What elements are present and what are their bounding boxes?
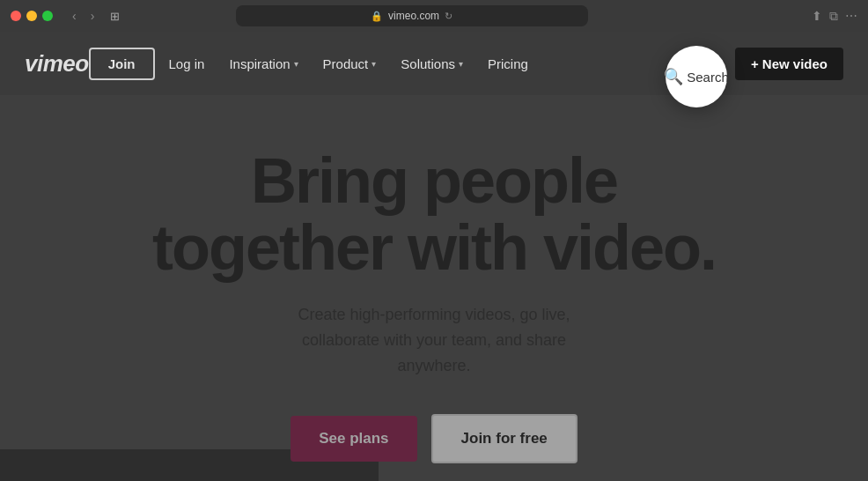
- tab-icon: ⊞: [110, 10, 120, 23]
- refresh-icon[interactable]: ↻: [445, 11, 452, 22]
- new-video-button[interactable]: + New video: [735, 48, 843, 80]
- close-button[interactable]: [11, 11, 21, 21]
- minimize-button[interactable]: [26, 11, 37, 21]
- url-text: vimeo.com: [388, 10, 439, 22]
- chevron-down-icon: ▾: [294, 59, 298, 69]
- nav-pricing[interactable]: Pricing: [488, 56, 528, 71]
- vimeo-logo: vimeo: [25, 50, 89, 78]
- overlay-dim: [0, 32, 868, 481]
- join-button[interactable]: Join: [89, 48, 155, 80]
- forward-button[interactable]: ›: [85, 7, 100, 25]
- search-label: Search: [687, 70, 729, 85]
- nav-buttons: ‹ ›: [67, 7, 99, 25]
- nav-right: 🔍 Search + New video: [735, 48, 843, 80]
- lock-icon: 🔒: [371, 11, 383, 22]
- search-circle[interactable]: 🔍 Search: [666, 46, 727, 107]
- duplicate-tab-icon[interactable]: ⧉: [829, 9, 838, 24]
- back-button[interactable]: ‹: [67, 7, 82, 25]
- extensions-icon[interactable]: ⋯: [845, 9, 857, 23]
- chevron-down-icon: ▾: [371, 59, 376, 69]
- nav-links: Inspiration ▾ Product ▾ Solutions ▾ Pric…: [229, 56, 528, 71]
- navbar: vimeo Join Log in Inspiration ▾ Product …: [0, 32, 868, 95]
- share-icon[interactable]: ⬆: [812, 9, 822, 23]
- maximize-button[interactable]: [42, 11, 53, 21]
- address-bar[interactable]: 🔒 vimeo.com ↻: [236, 5, 588, 26]
- website-content: vimeo Join Log in Inspiration ▾ Product …: [0, 32, 868, 481]
- traffic-lights: [11, 11, 53, 21]
- nav-inspiration[interactable]: Inspiration ▾: [229, 56, 298, 71]
- search-icon: 🔍: [664, 67, 683, 86]
- nav-solutions[interactable]: Solutions ▾: [401, 56, 463, 71]
- login-link[interactable]: Log in: [169, 56, 205, 71]
- browser-chrome: ‹ › ⊞ 🔒 vimeo.com ↻ ⬆ ⧉ ⋯: [0, 0, 868, 32]
- nav-product[interactable]: Product ▾: [323, 56, 377, 71]
- browser-actions: ⬆ ⧉ ⋯: [812, 9, 857, 24]
- chevron-down-icon: ▾: [459, 59, 463, 69]
- logo-text: vimeo: [25, 50, 89, 78]
